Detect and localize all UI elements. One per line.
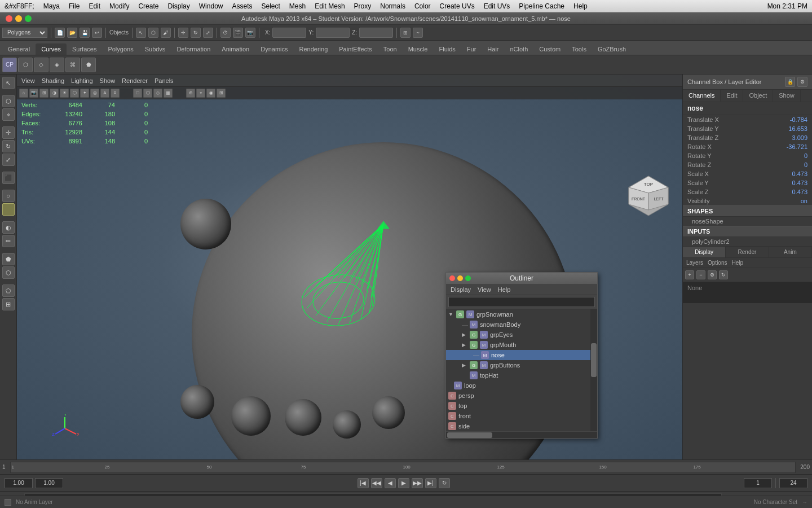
outliner-item-persp[interactable]: C persp	[446, 391, 597, 401]
close-button[interactable]	[6, 15, 12, 22]
menu-createuvs[interactable]: Create UVs	[440, 2, 475, 10]
pb-play-forward[interactable]: ▶	[398, 478, 409, 488]
shelf-tab-ncloth[interactable]: nCloth	[505, 43, 534, 55]
outliner-item-grpMouth[interactable]: ▶ G M grpMouth	[446, 340, 597, 350]
playback-end-frame-field[interactable]	[779, 478, 807, 488]
vp-lights-icon[interactable]: ☀	[60, 89, 69, 98]
outliner-item-grpSnowman[interactable]: ▼ G M grpSnowman	[446, 309, 597, 319]
shelf-tab-tools[interactable]: Tools	[566, 43, 592, 55]
lasso-btn[interactable]: ⌖	[2, 108, 15, 121]
history-icon[interactable]: ⏱	[220, 28, 231, 38]
vp-hud-icon[interactable]: ≡	[111, 89, 120, 98]
viewport-menu-renderer[interactable]: Renderer	[122, 77, 148, 84]
menu-window[interactable]: Window	[199, 2, 223, 10]
select-tool-icon[interactable]: ↖	[136, 28, 146, 38]
vp-camera-icon[interactable]: 📷	[29, 89, 38, 98]
shelf-tab-general[interactable]: General	[2, 43, 36, 55]
layer-help-tab[interactable]: Help	[731, 260, 743, 266]
shelf-tab-muscle[interactable]: Muscle	[403, 43, 434, 55]
show-manip-btn[interactable]: ⬛	[2, 172, 15, 184]
cbd-render-tab[interactable]: Render	[726, 247, 769, 257]
vp-select-mode3[interactable]: ◇	[153, 89, 162, 98]
layer-settings-icon[interactable]: ⚙	[708, 270, 717, 279]
viewport-menu-lighting[interactable]: Lighting	[71, 77, 93, 84]
outliner-item-nose[interactable]: — M nose	[446, 350, 597, 360]
playback-current-field[interactable]	[35, 478, 63, 488]
shelf-tab-deformation[interactable]: Deformation	[171, 43, 216, 55]
outliner-item-top[interactable]: C top	[446, 401, 597, 411]
shelf-tab-custom[interactable]: Custom	[533, 43, 566, 55]
vp-snap1[interactable]: ⊕	[186, 89, 195, 98]
delete-layer-icon[interactable]: −	[696, 270, 705, 279]
outliner-item-grpButtons[interactable]: ▶ G M grpButtons	[446, 360, 597, 370]
active-tool-btn[interactable]	[2, 203, 15, 216]
cb-tab-show[interactable]: Show	[773, 90, 801, 102]
pb-go-start[interactable]: |◀	[358, 478, 369, 488]
scale-x-value[interactable]: 0.473	[792, 170, 807, 177]
vp-grid-icon[interactable]: ⊞	[39, 89, 48, 98]
rotate-y-value[interactable]: 0	[804, 152, 807, 159]
menu-create[interactable]: Create	[138, 2, 158, 10]
vp-wireframe-icon[interactable]: ⬡	[70, 89, 79, 98]
translate-z-value[interactable]: 3.009	[792, 134, 807, 141]
menu-select[interactable]: Select	[262, 2, 280, 10]
minimize-button[interactable]	[15, 15, 22, 22]
scale-y-value[interactable]: 0.473	[792, 179, 807, 186]
pb-step-back[interactable]: ◀◀	[371, 478, 382, 488]
cb-tab-edit[interactable]: Edit	[721, 90, 743, 102]
shelf-tab-fluids[interactable]: Fluids	[433, 43, 461, 55]
outliner-scroll-thumb[interactable]	[591, 343, 597, 377]
cb-tab-object[interactable]: Object	[743, 90, 773, 102]
snap-grid-icon[interactable]: ⊞	[400, 28, 411, 38]
menu-edituvs[interactable]: Edit UVs	[484, 2, 510, 10]
outliner-item-side[interactable]: C side	[446, 421, 597, 431]
shelf-icon-5[interactable]: ⬟	[81, 58, 96, 72]
paint-ops-btn[interactable]: ⬡	[2, 95, 15, 107]
menu-mesh[interactable]: Mesh	[289, 2, 306, 10]
menu-file[interactable]: File	[69, 2, 80, 10]
vp-select-mode4[interactable]: ▦	[164, 89, 173, 98]
menu-edit[interactable]: Edit	[89, 2, 100, 10]
outliner-item-snowmanBody[interactable]: — M snowmanBody	[446, 319, 597, 330]
vp-isolate-icon[interactable]: ◎	[90, 89, 99, 98]
rotate-x-value[interactable]: -36.721	[787, 143, 807, 150]
expand-eyes-icon[interactable]: ▶	[462, 332, 467, 338]
vp-snap4[interactable]: ⊞	[217, 89, 226, 98]
expand-icon[interactable]: ▼	[448, 312, 454, 317]
shelf-tab-polygons[interactable]: Polygons	[102, 43, 139, 55]
translate-y-value[interactable]: 16.653	[788, 125, 807, 132]
shelf-tab-hair[interactable]: Hair	[482, 43, 504, 55]
rotate-z-value[interactable]: 0	[804, 161, 807, 168]
shelf-icon-4[interactable]: ⌘	[65, 58, 80, 72]
shelf-icon-2[interactable]: ◇	[34, 58, 48, 72]
outliner-maximize[interactable]	[465, 275, 471, 281]
outliner-hscroll-thumb[interactable]	[447, 432, 492, 438]
pb-prev-frame[interactable]: ◀	[385, 478, 396, 488]
vp-select-mode1[interactable]: □	[133, 89, 142, 98]
new-scene-icon[interactable]: 📄	[55, 28, 65, 38]
expand-buttons-icon[interactable]: ▶	[462, 362, 467, 368]
save-scene-icon[interactable]: 💾	[80, 28, 90, 38]
shelf-tab-painteffects[interactable]: PaintEffects	[333, 43, 378, 55]
cbd-display-tab[interactable]: Display	[683, 247, 726, 257]
artisan-btn[interactable]: ⬟	[2, 253, 15, 265]
scale-tool-icon[interactable]: ⤢	[203, 28, 213, 38]
pb-go-end[interactable]: ▶|	[425, 478, 436, 488]
vp-home-icon[interactable]: ⌂	[19, 89, 28, 98]
menu-normals[interactable]: Normals	[380, 2, 405, 10]
translate-x-value[interactable]: -0.784	[790, 116, 807, 123]
outliner-search-input[interactable]	[448, 297, 595, 307]
sculpt-btn[interactable]: ◐	[2, 221, 15, 234]
shelf-tab-rendering[interactable]: Rendering	[294, 43, 334, 55]
shelf-tab-gozbrush[interactable]: GoZBrush	[592, 43, 632, 55]
shelf-icon-3[interactable]: ◈	[50, 58, 64, 72]
outliner-item-grpEyes[interactable]: ▶ G M grpEyes	[446, 330, 597, 340]
component-btn[interactable]: ⬠	[2, 284, 15, 297]
outliner-minimize[interactable]	[457, 275, 463, 281]
shelf-tab-subdivs[interactable]: Subdvs	[139, 43, 171, 55]
viewport-menu-panels[interactable]: Panels	[155, 77, 174, 84]
rotate-btn[interactable]: ↻	[2, 140, 15, 152]
cb-lock-icon[interactable]: 🔒	[785, 77, 795, 87]
cb-tab-channels[interactable]: Channels	[683, 90, 721, 102]
vp-snap3[interactable]: ◉	[206, 89, 215, 98]
